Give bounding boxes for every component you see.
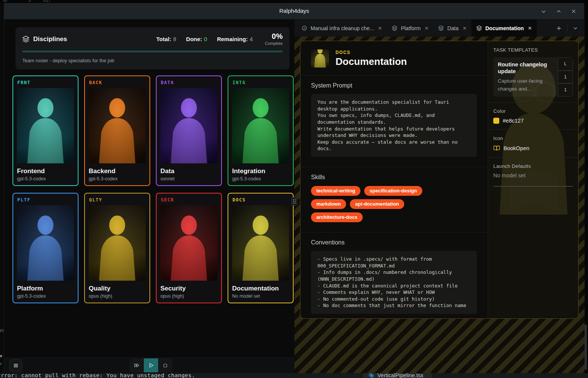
play-icon: [148, 362, 154, 369]
left-fragment: v: [0, 354, 2, 358]
discipline-card-quality[interactable]: QLTY Quality opus (high): [84, 193, 150, 303]
stat-remaining: Remaining:4: [217, 36, 253, 42]
tab-label: Platform: [401, 25, 420, 31]
portrait-image: [17, 88, 74, 163]
stop-button[interactable]: [158, 358, 172, 372]
template-badge: 1: [558, 83, 573, 97]
card-code: QLTY: [89, 197, 146, 203]
tab-close-icon[interactable]: ✕: [425, 26, 428, 31]
underlying-window-left-edge: PI v ›: [0, 3, 4, 373]
chevron-up-icon: [556, 9, 562, 14]
minimize-button[interactable]: [538, 6, 549, 17]
underlying-scrollbar[interactable]: [585, 324, 587, 370]
color-label: Color: [493, 108, 573, 114]
launch-defaults-label: Launch Defaults: [493, 163, 573, 169]
disciplines-summary-card: Disciplines Total:8 Done:0 Remaining:4 0…: [15, 27, 289, 69]
layers-icon: [22, 35, 29, 43]
discipline-card-data[interactable]: DATA Data sonnet: [156, 75, 222, 186]
stat-total: Total:8: [156, 36, 176, 42]
percent-complete: 0%: [265, 32, 283, 40]
sidebar-divider: [488, 157, 578, 158]
card-name: Integration: [232, 167, 289, 175]
tab-close-icon[interactable]: ✕: [378, 26, 382, 31]
detail-main-column: DOCS Documentation System Prompt You are…: [300, 41, 488, 318]
stat-remaining-label: Remaining:: [217, 36, 248, 42]
menu-button[interactable]: [9, 359, 22, 372]
tab-list-button[interactable]: [570, 23, 581, 34]
stat-done-value: 0: [204, 36, 207, 42]
card-model: gpt-5.3-codex: [232, 176, 289, 181]
skill-pill[interactable]: architecture-docs: [311, 212, 363, 222]
launch-defaults-value: No model set: [493, 172, 573, 178]
discipline-card-backend[interactable]: BACK Backend gpt-5.3-codex: [84, 75, 150, 186]
tab-documentation[interactable]: Documentation ✕: [471, 20, 537, 37]
play-button[interactable]: [144, 358, 158, 372]
template-description: Capture user-facing changes and...: [498, 77, 555, 93]
tab-actions-divider: [567, 25, 567, 32]
discipline-card-integration[interactable]: INTG Integration gpt-5.3-codex: [228, 75, 294, 186]
template-badges: L 1 1: [558, 57, 573, 97]
sidebar-scroll-track[interactable]: [493, 186, 573, 187]
template-badge: 1: [558, 71, 573, 84]
card-model: gpt-5.3-codex: [17, 293, 74, 299]
tab-manual-infra-cleanup[interactable]: Manual infra cleanup che... ✕: [297, 20, 387, 37]
card-code: FRNT: [17, 80, 74, 85]
stat-remaining-value: 4: [250, 36, 253, 42]
tab-close-icon[interactable]: ✕: [528, 26, 532, 31]
react-icon: [368, 373, 374, 378]
task-template-item[interactable]: Routine changelog update Capture user-fa…: [493, 57, 573, 97]
portrait-image: [232, 205, 289, 281]
book-open-icon: [493, 145, 500, 152]
tab-close-icon[interactable]: ✕: [463, 26, 466, 31]
card-name: Data: [160, 167, 217, 175]
portrait-image: [232, 88, 289, 163]
screen: 00 S 7017 PI v › rror: cannot pull with …: [0, 0, 588, 378]
disciplines-title-row: Disciplines: [22, 35, 67, 43]
card-name: Platform: [17, 285, 74, 292]
card-code: DOCS: [232, 197, 289, 203]
avatar: [311, 49, 329, 68]
discipline-card-documentation[interactable]: DOCS Documentation No model set: [228, 193, 294, 303]
portrait-image: [160, 88, 217, 163]
maximize-button[interactable]: [553, 6, 564, 17]
skill-pill[interactable]: technical-writing: [311, 186, 360, 196]
editor-file-tab[interactable]: VerticalPipeline.tsx: [363, 373, 432, 378]
app-window: Ralph4days: [4, 3, 584, 373]
stat-total-value: 8: [173, 36, 176, 42]
tab-platform[interactable]: Platform ✕: [387, 20, 433, 37]
close-button[interactable]: [568, 6, 579, 17]
section-divider: [300, 232, 488, 232]
left-fragment: PI: [0, 329, 3, 333]
layers-icon: [438, 25, 444, 31]
underlying-window-right-edge: [584, 3, 588, 373]
check-circle-icon: [302, 25, 307, 31]
top-fragment: S: [28, 0, 31, 3]
skill-pill[interactable]: api-documentation: [350, 199, 404, 209]
skill-pill[interactable]: markdown: [311, 199, 346, 209]
discipline-card-security[interactable]: SECR Security opus (high): [156, 193, 222, 303]
card-model: opus (high): [89, 293, 146, 299]
card-name: Frontend: [17, 167, 74, 175]
new-tab-button[interactable]: [553, 23, 565, 34]
plus-icon: [556, 25, 562, 31]
conventions-text: - Specs live in .specs/ with format from…: [311, 251, 477, 314]
card-model: gpt-5.3-codex: [17, 176, 74, 181]
tab-data[interactable]: Data ✕: [433, 20, 471, 37]
disciplines-panel: Disciplines Total:8 Done:0 Remaining:4 0…: [4, 20, 294, 373]
card-code: PLTF: [17, 197, 74, 203]
run-controls: [129, 358, 172, 372]
color-swatch[interactable]: [493, 118, 499, 124]
hazard-stripes-background: DOCS Documentation System Prompt You are…: [294, 37, 585, 373]
panel-resize-handle[interactable]: [291, 197, 297, 206]
discipline-card-frontend[interactable]: FRNT Frontend gpt-5.3-codex: [12, 75, 79, 186]
skill-pill[interactable]: specification-design: [364, 186, 422, 196]
card-name: Quality: [89, 285, 146, 292]
fast-forward-button[interactable]: [129, 358, 144, 372]
card-model: No model set: [232, 293, 289, 299]
window-title: Ralph4days: [4, 8, 584, 14]
template-badge: L: [558, 57, 573, 71]
titlebar[interactable]: Ralph4days: [4, 3, 584, 20]
detail-header: DOCS Documentation: [311, 49, 477, 68]
card-code: INTG: [232, 80, 289, 85]
discipline-card-platform[interactable]: PLTF Platform gpt-5.3-codex: [12, 193, 79, 303]
